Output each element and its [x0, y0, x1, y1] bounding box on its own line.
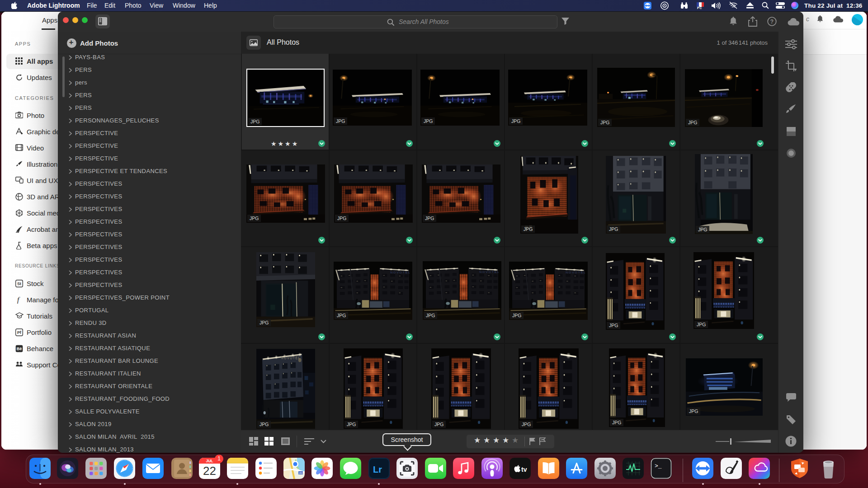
svg-text:tv: tv — [521, 466, 527, 473]
svg-text:f: f — [17, 296, 20, 304]
svg-text:Pf: Pf — [17, 330, 22, 335]
svg-text:JUL: JUL — [206, 459, 213, 463]
svg-text:?: ? — [770, 19, 774, 25]
svg-text:Lr: Lr — [373, 465, 382, 474]
svg-text:Bē: Bē — [17, 347, 22, 351]
svg-text:St: St — [17, 282, 21, 286]
svg-text:22: 22 — [203, 464, 216, 478]
svg-text:280: 280 — [298, 472, 302, 474]
svg-text:>_: >_ — [655, 463, 662, 469]
